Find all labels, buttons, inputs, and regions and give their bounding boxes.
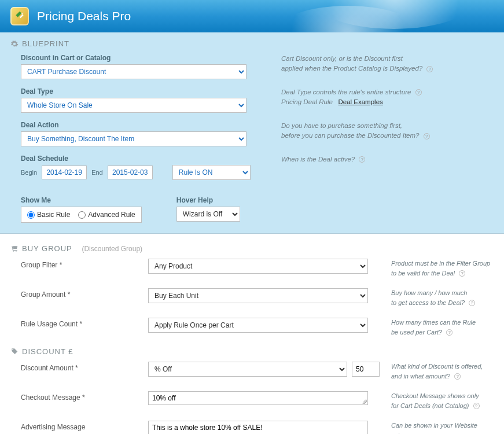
begin-date-input[interactable]	[42, 165, 87, 179]
end-label: End	[91, 169, 103, 176]
cart-icon	[10, 245, 19, 253]
advertising-message-label: Advertising Message	[21, 421, 137, 431]
help-icon[interactable]: ?	[469, 300, 475, 306]
show-me-radio-group: Basic Rule Advanced Rule	[21, 207, 142, 223]
help-icon[interactable]: ?	[454, 373, 461, 380]
checkout-message-label: Checkout Message *	[21, 391, 137, 402]
help-icon[interactable]: ?	[359, 156, 365, 163]
deal-action-hint: Do you have to purchase something first,…	[281, 121, 494, 141]
app-title: Pricing Deals Pro	[37, 9, 131, 23]
deal-action-label: Deal Action	[21, 121, 270, 129]
rule-usage-label: Rule Usage Count *	[21, 318, 137, 328]
blueprint-heading: BLUEPRINT	[10, 39, 494, 48]
discount-in-hint: Cart Discount only, or is the Discount f…	[281, 54, 494, 74]
discount-amount-input[interactable]	[352, 362, 380, 377]
svg-point-0	[21, 13, 23, 14]
deal-type-label: Deal Type	[21, 87, 270, 95]
app-logo-icon	[10, 7, 29, 25]
help-icon[interactable]: ?	[426, 66, 433, 72]
deal-schedule-label: Deal Schedule	[21, 155, 270, 163]
hover-help-select[interactable]: Wizard is Off	[176, 207, 240, 222]
tag-icon	[10, 348, 19, 356]
checkout-message-input[interactable]	[148, 391, 368, 405]
deal-examples-link[interactable]: Deal Examples	[338, 98, 382, 105]
deal-action-select[interactable]: Buy Something, Discount The Item	[21, 131, 247, 146]
section-blueprint: BLUEPRINT Discount in Cart or Catalog CA…	[0, 32, 504, 234]
checkout-message-hint: Checkout Message shows only for Cart Dea…	[391, 391, 494, 410]
gear-icon	[10, 40, 19, 48]
group-filter-label: Group Filter *	[21, 259, 137, 269]
deal-type-select[interactable]: Whole Store On Sale	[21, 98, 247, 113]
end-date-input[interactable]	[108, 165, 153, 179]
group-amount-select[interactable]: Buy Each Unit	[148, 288, 368, 303]
discount-heading: DISCOUNT £	[10, 347, 494, 356]
help-icon[interactable]: ?	[446, 329, 453, 336]
show-me-label: Show Me	[21, 196, 142, 204]
discount-type-select[interactable]: % Off	[148, 362, 347, 377]
group-amount-hint: Buy how many / how much to get access to…	[391, 288, 494, 307]
help-icon[interactable]: ?	[415, 89, 422, 95]
deal-schedule-hint: When is the Deal active? ?	[281, 155, 494, 164]
begin-label: Begin	[21, 169, 37, 176]
advanced-rule-radio[interactable]: Advanced Rule	[78, 211, 135, 219]
rule-status-select[interactable]: Rule Is ON	[172, 165, 251, 180]
basic-rule-radio[interactable]: Basic Rule	[27, 211, 70, 219]
buy-group-heading: BUY GROUP (Discounted Group)	[10, 244, 494, 253]
deal-type-hint: Deal Type controls the rule's entire str…	[281, 87, 494, 108]
section-buy-group: BUY GROUP (Discounted Group) Group Filte…	[0, 234, 504, 434]
help-icon[interactable]: ?	[424, 133, 430, 139]
discount-amount-label: Discount Amount *	[21, 362, 137, 372]
group-filter-hint: Product must be in the Filter Group to b…	[391, 259, 494, 278]
help-icon[interactable]: ?	[473, 403, 480, 409]
discount-amount-hint: What kind of Discount is offered, and in…	[391, 362, 494, 381]
hover-help-label: Hover Help	[176, 196, 240, 204]
rule-usage-hint: How many times can the Rule be used per …	[391, 318, 494, 337]
discount-in-label: Discount in Cart or Catalog	[21, 54, 270, 62]
advertising-message-hint: Can be shown in your Website using Short…	[391, 421, 494, 434]
rule-usage-select[interactable]: Apply Rule Once per Cart	[148, 318, 368, 333]
advertising-message-input[interactable]	[148, 421, 368, 434]
app-header: Pricing Deals Pro	[0, 0, 504, 32]
group-filter-select[interactable]: Any Product	[148, 259, 368, 274]
group-amount-label: Group Amount *	[21, 288, 137, 299]
discount-in-select[interactable]: CART Purchase Discount	[21, 64, 247, 79]
help-icon[interactable]: ?	[459, 270, 465, 277]
